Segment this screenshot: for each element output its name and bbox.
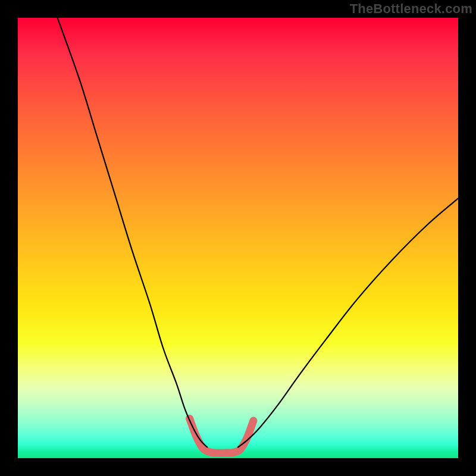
curves-layer (18, 18, 458, 458)
plot-area (18, 18, 458, 458)
valley-highlight-path (190, 418, 253, 453)
left-curve-path (58, 18, 208, 447)
right-curve-path (238, 198, 458, 447)
watermark-text: TheBottleneck.com (350, 1, 472, 17)
chart-frame: TheBottleneck.com (0, 0, 476, 476)
